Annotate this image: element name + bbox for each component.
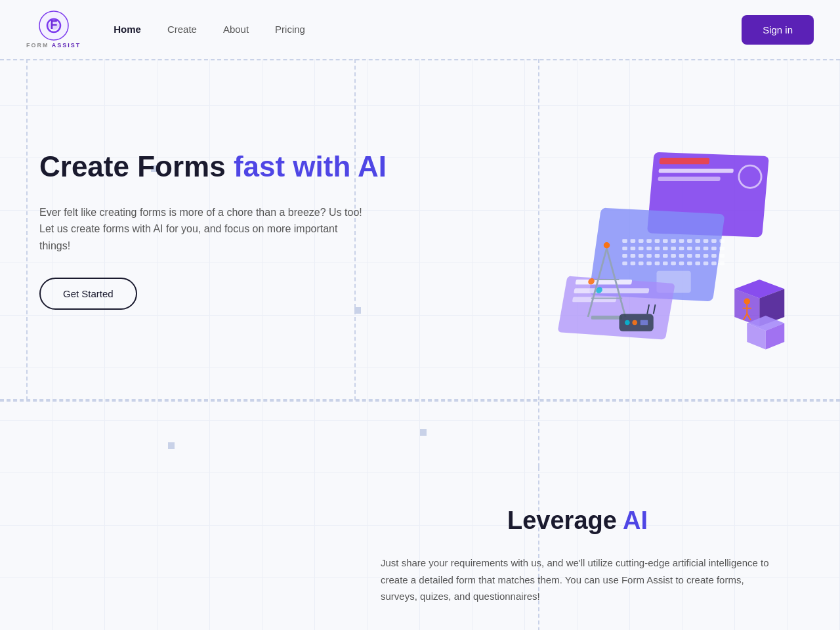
deco-line-v4 bbox=[538, 402, 539, 467]
svg-rect-59 bbox=[711, 261, 717, 265]
svg-rect-64 bbox=[574, 288, 649, 293]
svg-rect-16 bbox=[679, 239, 684, 243]
svg-rect-46 bbox=[711, 254, 717, 258]
svg-rect-48 bbox=[622, 261, 627, 265]
leverage-content: Leverage AI Just share your requirements… bbox=[381, 507, 788, 605]
svg-rect-40 bbox=[663, 254, 668, 258]
hero-title: Create Forms fast with AI bbox=[39, 150, 413, 184]
svg-rect-4 bbox=[660, 158, 710, 165]
svg-point-72 bbox=[604, 242, 610, 249]
svg-rect-34 bbox=[719, 247, 724, 251]
svg-rect-57 bbox=[695, 261, 700, 265]
svg-rect-56 bbox=[687, 261, 692, 265]
svg-rect-30 bbox=[687, 247, 692, 251]
svg-rect-18 bbox=[695, 239, 700, 243]
svg-rect-42 bbox=[679, 254, 684, 258]
svg-rect-50 bbox=[639, 261, 644, 265]
spacer-section bbox=[0, 402, 840, 467]
svg-rect-44 bbox=[695, 254, 700, 258]
svg-rect-58 bbox=[704, 261, 709, 265]
svg-rect-14 bbox=[663, 239, 668, 243]
svg-rect-28 bbox=[671, 247, 676, 251]
hero-content: Create Forms fast with AI Ever felt like… bbox=[33, 150, 413, 310]
nav-create[interactable]: Create bbox=[167, 24, 197, 35]
logo-text: FORM ASSIST bbox=[26, 42, 81, 49]
deco-sq4 bbox=[168, 442, 175, 449]
svg-rect-37 bbox=[639, 254, 644, 258]
svg-rect-77 bbox=[640, 320, 648, 326]
svg-rect-19 bbox=[704, 239, 709, 243]
svg-rect-55 bbox=[679, 261, 684, 265]
hero-section: Create Forms fast with AI Ever felt like… bbox=[0, 59, 840, 400]
svg-rect-60 bbox=[719, 261, 724, 265]
svg-rect-25 bbox=[646, 247, 652, 251]
svg-rect-13 bbox=[655, 239, 660, 243]
svg-rect-52 bbox=[655, 261, 660, 265]
svg-rect-47 bbox=[719, 254, 724, 258]
svg-rect-21 bbox=[719, 239, 724, 243]
svg-rect-45 bbox=[704, 254, 709, 258]
svg-rect-26 bbox=[655, 247, 660, 251]
svg-rect-53 bbox=[663, 261, 668, 265]
svg-rect-17 bbox=[687, 239, 692, 243]
svg-rect-33 bbox=[711, 247, 717, 251]
svg-rect-10 bbox=[631, 239, 636, 243]
svg-rect-31 bbox=[695, 247, 700, 251]
svg-rect-15 bbox=[671, 239, 676, 243]
svg-rect-54 bbox=[671, 261, 676, 265]
deco-sq3 bbox=[420, 429, 427, 436]
get-started-button[interactable]: Get Started bbox=[39, 278, 137, 310]
logo-icon: F bbox=[39, 10, 69, 41]
svg-rect-29 bbox=[679, 247, 684, 251]
svg-rect-51 bbox=[646, 261, 652, 265]
svg-point-75 bbox=[625, 320, 630, 326]
sign-in-button[interactable]: Sign in bbox=[742, 15, 814, 45]
svg-rect-63 bbox=[576, 280, 633, 285]
svg-rect-27 bbox=[663, 247, 668, 251]
svg-rect-38 bbox=[646, 254, 652, 258]
svg-rect-73 bbox=[591, 316, 623, 320]
svg-rect-6 bbox=[658, 177, 721, 181]
svg-rect-35 bbox=[622, 254, 627, 258]
leverage-description: Just share your requirements with us, an… bbox=[381, 555, 774, 605]
leverage-section: Leverage AI Just share your requirements… bbox=[0, 467, 840, 630]
hero-description: Ever felt like creating forms is more of… bbox=[39, 204, 368, 255]
svg-rect-24 bbox=[639, 247, 644, 251]
svg-rect-20 bbox=[711, 239, 717, 243]
svg-rect-12 bbox=[646, 239, 652, 243]
svg-rect-36 bbox=[631, 254, 636, 258]
hero-illustration bbox=[413, 105, 807, 354]
svg-rect-43 bbox=[687, 254, 692, 258]
logo-link[interactable]: F FORM ASSIST bbox=[26, 10, 81, 49]
hero-illustration-svg bbox=[538, 105, 788, 354]
svg-rect-39 bbox=[655, 254, 660, 258]
nav-pricing[interactable]: Pricing bbox=[275, 24, 305, 35]
svg-rect-9 bbox=[622, 239, 627, 243]
nav-links: Home Create About Pricing bbox=[114, 24, 742, 35]
svg-rect-32 bbox=[704, 247, 709, 251]
svg-rect-22 bbox=[622, 247, 627, 251]
navbar: F FORM ASSIST Home Create About Pricing … bbox=[0, 0, 840, 59]
nav-home[interactable]: Home bbox=[114, 24, 141, 35]
leverage-title: Leverage AI bbox=[381, 507, 774, 535]
svg-rect-41 bbox=[671, 254, 676, 258]
svg-point-86 bbox=[744, 299, 751, 305]
svg-rect-11 bbox=[639, 239, 644, 243]
svg-rect-49 bbox=[631, 261, 636, 265]
svg-point-76 bbox=[632, 320, 637, 326]
deco-line-v1 bbox=[26, 59, 28, 400]
svg-rect-5 bbox=[658, 169, 734, 173]
nav-about[interactable]: About bbox=[223, 24, 249, 35]
svg-rect-23 bbox=[631, 247, 636, 251]
